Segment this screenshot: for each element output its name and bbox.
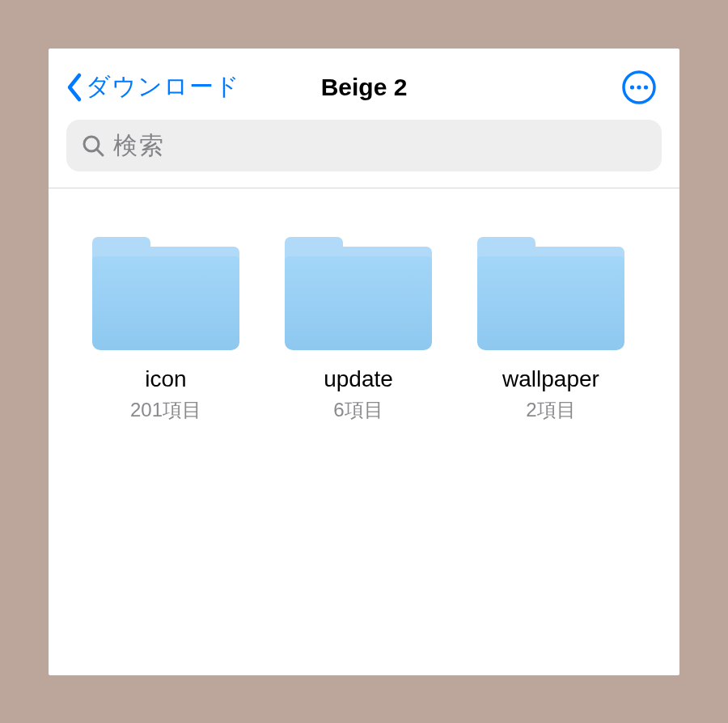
ellipsis-circle-icon — [621, 70, 657, 105]
navigation-bar: ダウンロード Beige 2 — [49, 49, 679, 120]
folder-grid: icon 201項目 update 6項目 wallpaper 2項目 — [49, 188, 679, 471]
chevron-left-icon — [63, 72, 86, 103]
svg-point-2 — [637, 85, 641, 89]
search-container — [49, 120, 679, 188]
svg-point-3 — [644, 85, 648, 89]
svg-point-1 — [630, 85, 634, 89]
back-label: ダウンロード — [86, 70, 240, 104]
folder-icon — [477, 237, 624, 350]
search-icon — [81, 133, 105, 158]
search-bar[interactable] — [66, 120, 662, 171]
page-title: Beige 2 — [321, 74, 408, 101]
folder-item-wallpaper[interactable]: wallpaper 2項目 — [474, 237, 628, 423]
folder-icon — [285, 237, 432, 350]
folder-item-count: 201項目 — [130, 397, 201, 423]
folder-name: wallpaper — [502, 366, 599, 392]
folder-item-count: 2項目 — [526, 397, 575, 423]
folder-item-update[interactable]: update 6項目 — [281, 237, 435, 423]
folder-item-icon[interactable]: icon 201項目 — [89, 237, 243, 423]
folder-name: icon — [145, 366, 186, 392]
files-app-window: ダウンロード Beige 2 — [49, 49, 679, 675]
folder-item-count: 6項目 — [333, 397, 383, 423]
folder-icon — [92, 237, 239, 350]
svg-line-5 — [97, 150, 103, 155]
folder-name: update — [324, 366, 393, 392]
search-input[interactable] — [113, 132, 647, 159]
back-button[interactable]: ダウンロード — [63, 70, 240, 104]
more-options-button[interactable] — [621, 70, 657, 105]
